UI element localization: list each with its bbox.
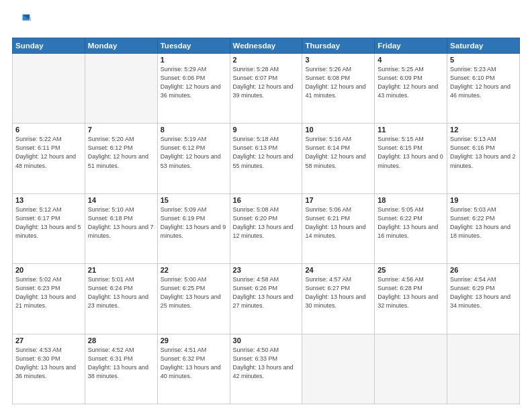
day-info: Sunrise: 5:08 AM Sunset: 6:20 PM Dayligh… (233, 205, 300, 240)
day-info: Sunrise: 5:00 AM Sunset: 6:25 PM Dayligh… (161, 275, 227, 310)
day-cell: 27Sunrise: 4:53 AM Sunset: 6:30 PM Dayli… (13, 334, 85, 404)
day-cell: 13Sunrise: 5:12 AM Sunset: 6:17 PM Dayli… (13, 193, 85, 263)
day-cell: 16Sunrise: 5:08 AM Sunset: 6:20 PM Dayli… (230, 193, 302, 263)
day-cell: 17Sunrise: 5:06 AM Sunset: 6:21 PM Dayli… (302, 193, 375, 263)
weekday-header-tuesday: Tuesday (157, 38, 230, 54)
day-number: 18 (378, 196, 444, 204)
weekday-header-wednesday: Wednesday (230, 38, 302, 54)
day-number: 30 (233, 336, 300, 345)
day-cell: 3Sunrise: 5:26 AM Sunset: 6:08 PM Daylig… (302, 54, 375, 124)
day-info: Sunrise: 5:20 AM Sunset: 6:12 PM Dayligh… (88, 135, 154, 170)
day-info: Sunrise: 5:18 AM Sunset: 6:13 PM Dayligh… (233, 135, 300, 170)
day-cell: 7Sunrise: 5:20 AM Sunset: 6:12 PM Daylig… (85, 124, 157, 193)
weekday-header-row: SundayMondayTuesdayWednesdayThursdayFrid… (13, 38, 520, 54)
day-cell: 19Sunrise: 5:03 AM Sunset: 6:22 PM Dayli… (447, 193, 520, 263)
day-cell: 1Sunrise: 5:29 AM Sunset: 6:06 PM Daylig… (157, 54, 230, 124)
weekday-header-thursday: Thursday (302, 38, 375, 54)
day-cell: 22Sunrise: 5:00 AM Sunset: 6:25 PM Dayli… (157, 264, 230, 334)
day-cell: 12Sunrise: 5:13 AM Sunset: 6:16 PM Dayli… (447, 124, 520, 193)
day-info: Sunrise: 5:09 AM Sunset: 6:19 PM Dayligh… (161, 205, 227, 240)
day-info: Sunrise: 4:52 AM Sunset: 6:31 PM Dayligh… (88, 346, 154, 381)
day-cell: 5Sunrise: 5:23 AM Sunset: 6:10 PM Daylig… (447, 54, 520, 124)
day-number: 15 (161, 196, 227, 204)
day-cell (302, 334, 375, 404)
day-number: 11 (378, 126, 444, 134)
day-cell: 28Sunrise: 4:52 AM Sunset: 6:31 PM Dayli… (85, 334, 157, 404)
day-cell: 6Sunrise: 5:22 AM Sunset: 6:11 PM Daylig… (13, 124, 85, 193)
day-number: 29 (161, 336, 227, 345)
day-info: Sunrise: 5:05 AM Sunset: 6:22 PM Dayligh… (378, 205, 444, 240)
day-number: 2 (233, 56, 300, 64)
day-cell: 21Sunrise: 5:01 AM Sunset: 6:24 PM Dayli… (85, 264, 157, 334)
day-number: 4 (378, 56, 444, 64)
day-cell (13, 54, 85, 124)
day-number: 7 (88, 126, 154, 134)
day-number: 14 (88, 196, 154, 204)
day-number: 3 (305, 56, 371, 64)
day-number: 5 (450, 56, 517, 64)
week-row-1: 1Sunrise: 5:29 AM Sunset: 6:06 PM Daylig… (13, 54, 520, 124)
day-cell: 26Sunrise: 4:54 AM Sunset: 6:29 PM Dayli… (447, 264, 520, 334)
weekday-header-monday: Monday (85, 38, 157, 54)
weekday-header-saturday: Saturday (447, 38, 520, 54)
day-number: 12 (450, 126, 517, 134)
day-cell: 14Sunrise: 5:10 AM Sunset: 6:18 PM Dayli… (85, 193, 157, 263)
weekday-header-friday: Friday (375, 38, 447, 54)
day-number: 10 (305, 126, 371, 134)
day-cell (85, 54, 157, 124)
day-cell: 10Sunrise: 5:16 AM Sunset: 6:14 PM Dayli… (302, 124, 375, 193)
day-cell: 24Sunrise: 4:57 AM Sunset: 6:27 PM Dayli… (302, 264, 375, 334)
day-info: Sunrise: 5:29 AM Sunset: 6:06 PM Dayligh… (161, 65, 227, 100)
day-number: 23 (233, 266, 300, 274)
day-info: Sunrise: 4:58 AM Sunset: 6:26 PM Dayligh… (233, 275, 300, 310)
day-cell: 15Sunrise: 5:09 AM Sunset: 6:19 PM Dayli… (157, 193, 230, 263)
day-cell: 8Sunrise: 5:19 AM Sunset: 6:12 PM Daylig… (157, 124, 230, 193)
day-number: 17 (305, 196, 371, 204)
day-cell (447, 334, 520, 404)
day-info: Sunrise: 5:01 AM Sunset: 6:24 PM Dayligh… (88, 275, 154, 310)
calendar-table: SundayMondayTuesdayWednesdayThursdayFrid… (12, 38, 520, 404)
day-cell: 18Sunrise: 5:05 AM Sunset: 6:22 PM Dayli… (375, 193, 447, 263)
day-info: Sunrise: 5:03 AM Sunset: 6:22 PM Dayligh… (450, 205, 517, 240)
day-info: Sunrise: 5:06 AM Sunset: 6:21 PM Dayligh… (305, 205, 371, 240)
day-cell: 4Sunrise: 5:25 AM Sunset: 6:09 PM Daylig… (375, 54, 447, 124)
day-number: 1 (161, 56, 227, 64)
week-row-2: 6Sunrise: 5:22 AM Sunset: 6:11 PM Daylig… (13, 124, 520, 193)
day-info: Sunrise: 4:53 AM Sunset: 6:30 PM Dayligh… (15, 346, 82, 381)
day-number: 24 (305, 266, 371, 274)
day-info: Sunrise: 5:02 AM Sunset: 6:23 PM Dayligh… (15, 275, 82, 310)
day-info: Sunrise: 5:26 AM Sunset: 6:08 PM Dayligh… (305, 65, 371, 100)
day-info: Sunrise: 4:54 AM Sunset: 6:29 PM Dayligh… (450, 275, 517, 310)
week-row-3: 13Sunrise: 5:12 AM Sunset: 6:17 PM Dayli… (13, 193, 520, 263)
day-info: Sunrise: 5:16 AM Sunset: 6:14 PM Dayligh… (305, 135, 371, 170)
day-number: 22 (161, 266, 227, 274)
day-number: 20 (15, 266, 82, 274)
day-info: Sunrise: 4:50 AM Sunset: 6:33 PM Dayligh… (233, 346, 300, 381)
day-info: Sunrise: 4:56 AM Sunset: 6:28 PM Dayligh… (378, 275, 444, 310)
day-info: Sunrise: 5:13 AM Sunset: 6:16 PM Dayligh… (450, 135, 517, 170)
day-info: Sunrise: 5:25 AM Sunset: 6:09 PM Dayligh… (378, 65, 444, 100)
day-info: Sunrise: 5:22 AM Sunset: 6:11 PM Dayligh… (15, 135, 82, 170)
day-cell: 23Sunrise: 4:58 AM Sunset: 6:26 PM Dayli… (230, 264, 302, 334)
day-info: Sunrise: 5:12 AM Sunset: 6:17 PM Dayligh… (15, 205, 82, 240)
day-cell: 9Sunrise: 5:18 AM Sunset: 6:13 PM Daylig… (230, 124, 302, 193)
day-number: 13 (15, 196, 82, 204)
day-info: Sunrise: 5:23 AM Sunset: 6:10 PM Dayligh… (450, 65, 517, 100)
day-info: Sunrise: 4:57 AM Sunset: 6:27 PM Dayligh… (305, 275, 371, 310)
day-cell: 25Sunrise: 4:56 AM Sunset: 6:28 PM Dayli… (375, 264, 447, 334)
week-row-5: 27Sunrise: 4:53 AM Sunset: 6:30 PM Dayli… (13, 334, 520, 404)
day-info: Sunrise: 4:51 AM Sunset: 6:32 PM Dayligh… (161, 346, 227, 381)
logo-icon (12, 12, 31, 31)
day-cell: 30Sunrise: 4:50 AM Sunset: 6:33 PM Dayli… (230, 334, 302, 404)
day-number: 27 (15, 336, 82, 345)
day-number: 8 (161, 126, 227, 134)
week-row-4: 20Sunrise: 5:02 AM Sunset: 6:23 PM Dayli… (13, 264, 520, 334)
day-number: 26 (450, 266, 517, 274)
day-info: Sunrise: 5:19 AM Sunset: 6:12 PM Dayligh… (161, 135, 227, 170)
day-cell: 11Sunrise: 5:15 AM Sunset: 6:15 PM Dayli… (375, 124, 447, 193)
day-number: 6 (15, 126, 82, 134)
day-cell: 20Sunrise: 5:02 AM Sunset: 6:23 PM Dayli… (13, 264, 85, 334)
weekday-header-sunday: Sunday (13, 38, 85, 54)
day-cell (375, 334, 447, 404)
day-number: 19 (450, 196, 517, 204)
